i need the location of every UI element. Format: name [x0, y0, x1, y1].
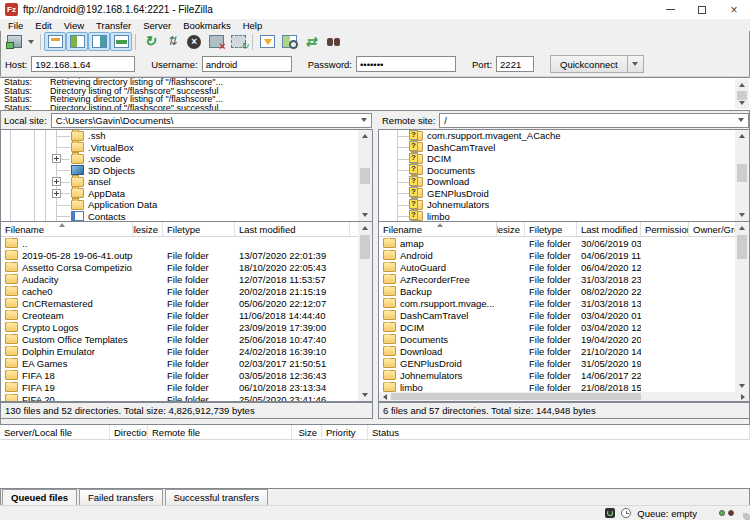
local-tree-scrollbar[interactable] — [358, 130, 372, 221]
tree-item[interactable]: 3D Objects — [1, 165, 372, 177]
scroll-down-icon[interactable] — [735, 209, 749, 221]
file-row[interactable]: Custom Office Templates File folder 25/0… — [1, 333, 358, 345]
site-manager[interactable] — [3, 32, 25, 51]
header-remote-file[interactable]: Remote file — [148, 425, 292, 439]
directory-listing-filters[interactable] — [256, 32, 278, 51]
toggle-local-tree[interactable] — [66, 32, 88, 51]
file-row[interactable]: AzRecorderFree File folder 31/03/2018 23… — [379, 273, 735, 285]
resize-grip[interactable] — [744, 514, 749, 519]
cancel-operation[interactable] — [183, 32, 205, 51]
local-site-combo[interactable]: C:\Users\Gavin\Documents\ — [51, 113, 372, 128]
header-last-modified[interactable]: Last modified — [235, 222, 350, 236]
header-filesize[interactable]: Filesize — [497, 222, 525, 236]
queue-tab[interactable]: Failed transfers — [79, 489, 162, 505]
scroll-up-icon[interactable] — [358, 222, 372, 234]
clock-icon[interactable] — [621, 508, 631, 518]
header-priority[interactable]: Priority — [322, 425, 368, 439]
expand-plus-icon[interactable] — [52, 177, 61, 186]
toggle-message-log[interactable] — [44, 32, 66, 51]
local-list-scrollbar[interactable] — [358, 222, 372, 401]
file-row[interactable]: Android File folder 04/06/2019 11:... — [379, 249, 735, 261]
remote-tree-scrollbar[interactable] — [735, 130, 749, 221]
menu-item[interactable]: Bookmarks — [177, 20, 237, 31]
port-input[interactable] — [496, 56, 534, 72]
header-filesize[interactable]: Filesize — [133, 222, 163, 236]
header-last-modified[interactable]: Last modified — [577, 222, 641, 236]
maximize-button[interactable] — [686, 0, 718, 19]
toggle-remote-tree[interactable] — [88, 32, 110, 51]
combo-dropdown-icon[interactable] — [733, 114, 748, 127]
scroll-up-icon[interactable] — [735, 79, 749, 91]
host-input[interactable] — [31, 56, 135, 72]
file-row[interactable]: FIFA 19 File folder 06/10/2018 23:13:34 — [1, 381, 358, 393]
menu-item[interactable]: File — [2, 20, 29, 31]
refresh[interactable] — [139, 32, 161, 51]
toggle-processing-queue[interactable] — [161, 32, 183, 51]
directory-comparison[interactable] — [278, 32, 300, 51]
file-row[interactable]: amap File folder 30/06/2019 03:... — [379, 237, 735, 249]
scroll-right-icon[interactable] — [737, 392, 749, 401]
file-row[interactable]: limbo File folder 21/08/2018 15:... — [379, 381, 735, 392]
header-server-local-file[interactable]: Server/Local file — [0, 425, 110, 439]
scroll-up-icon[interactable] — [735, 130, 749, 142]
file-row[interactable]: com.rsupport.mvage... File folder 31/03/… — [379, 297, 735, 309]
scroll-up-icon[interactable] — [358, 130, 372, 142]
username-input[interactable] — [202, 56, 292, 72]
password-input[interactable] — [356, 56, 456, 72]
tree-item[interactable]: Application Data — [1, 199, 372, 211]
header-filetype[interactable]: Filetype — [163, 222, 235, 236]
file-row[interactable]: AutoGuard File folder 06/04/2020 12:... — [379, 261, 735, 273]
expand-plus-icon[interactable] — [52, 189, 61, 198]
file-row[interactable]: FIFA 20 File folder 25/05/2020 23:41:46 — [1, 393, 358, 401]
file-row[interactable]: EA Games File folder 02/03/2017 21:50:51 — [1, 357, 358, 369]
menu-item[interactable]: Help — [237, 20, 269, 31]
menu-item[interactable]: Transfer — [90, 20, 137, 31]
scroll-up-icon[interactable] — [735, 222, 749, 234]
file-row[interactable]: FIFA 18 File folder 03/05/2018 12:36:43 — [1, 369, 358, 381]
tree-item[interactable]: AppData — [1, 188, 372, 200]
site-manager-dropdown[interactable] — [25, 32, 37, 51]
tree-item[interactable]: Download — [379, 176, 749, 188]
header-status[interactable]: Status — [368, 425, 750, 439]
file-row[interactable]: Backup File folder 08/02/2020 22:... — [379, 285, 735, 297]
close-button[interactable]: × — [718, 0, 750, 19]
menu-item[interactable]: Server — [137, 20, 177, 31]
file-row[interactable]: GENPlusDroid File folder 31/05/2020 19:.… — [379, 357, 735, 369]
file-row[interactable]: Johnemulators File folder 14/06/2017 22:… — [379, 369, 735, 381]
tree-item[interactable]: DashCamTravel — [379, 142, 749, 154]
tree-item[interactable]: Johnemulators — [379, 199, 749, 211]
tree-item[interactable]: ansel — [1, 176, 372, 188]
scroll-down-icon[interactable] — [358, 209, 372, 221]
file-row[interactable]: Audacity File folder 12/07/2018 11:53:57 — [1, 273, 358, 285]
expand-plus-icon[interactable] — [52, 154, 61, 163]
file-row[interactable]: Documents File folder 19/04/2020 20:... — [379, 333, 735, 345]
remote-list-scrollbar[interactable] — [735, 222, 749, 392]
scroll-left-icon[interactable] — [379, 392, 391, 401]
file-row[interactable]: Assetto Corsa Competizio... File folder … — [1, 261, 358, 273]
message-log-scrollbar[interactable] — [735, 79, 749, 109]
header-size[interactable]: Size — [292, 425, 322, 439]
tree-item[interactable]: .vscode — [1, 153, 372, 165]
header-filename[interactable]: Filename — [1, 222, 133, 236]
file-row[interactable]: Creoteam File folder 11/06/2018 14:44:40 — [1, 309, 358, 321]
speed-limits-icon[interactable] — [605, 508, 615, 518]
menu-item[interactable]: View — [58, 20, 90, 31]
queue-tab[interactable]: Queued files — [2, 489, 77, 505]
find-files[interactable] — [322, 32, 344, 51]
remote-site-combo[interactable]: / — [439, 113, 749, 128]
file-row[interactable]: DashCamTravel File folder 03/04/2020 01:… — [379, 309, 735, 321]
file-row[interactable]: CnCRemastered File folder 05/06/2020 22:… — [1, 297, 358, 309]
file-row[interactable]: Download File folder 21/10/2020 14:... — [379, 345, 735, 357]
file-row[interactable]: Dolphin Emulator File folder 24/02/2018 … — [1, 345, 358, 357]
file-row[interactable]: cache0 File folder 20/02/2018 21:15:19 — [1, 285, 358, 297]
tree-item[interactable]: Documents — [379, 165, 749, 177]
scroll-down-icon[interactable] — [358, 389, 372, 401]
header-permissions[interactable]: Permissions — [641, 222, 689, 236]
header-filetype[interactable]: Filetype — [525, 222, 577, 236]
tree-item[interactable]: .ssh — [1, 130, 372, 142]
header-owner-group[interactable]: Owner/Group — [689, 222, 736, 236]
file-row[interactable]: Crypto Logos File folder 23/09/2019 17:3… — [1, 321, 358, 333]
quickconnect-dropdown[interactable] — [627, 56, 643, 72]
tree-item[interactable]: GENPlusDroid — [379, 188, 749, 200]
menu-item[interactable]: Edit — [29, 20, 57, 31]
